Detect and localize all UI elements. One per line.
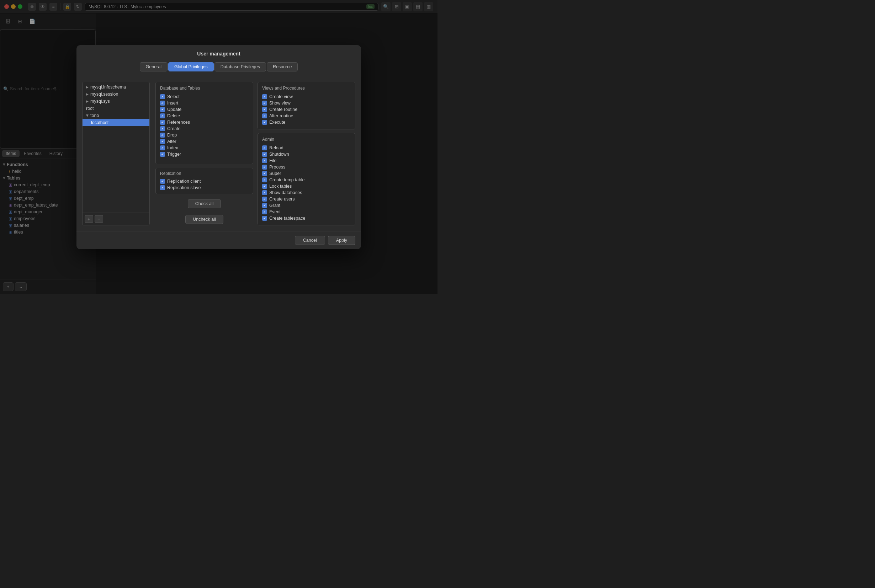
priv-label: Super [269,171,281,176]
priv-file[interactable]: File [262,158,351,164]
checkbox-lock-tables[interactable] [262,184,267,189]
tab-resource[interactable]: Resource [267,62,298,72]
checkbox-show-view[interactable] [262,100,267,106]
checkbox-create-routine[interactable] [262,107,267,112]
priv-repl-client[interactable]: Replication client [160,178,249,184]
db-tables-title: Database and Tables [160,86,249,91]
checkbox-alter[interactable] [160,139,165,144]
admin-panel: Admin Reload Shutdown [257,133,355,225]
tab-general[interactable]: General [140,62,167,72]
priv-show-view[interactable]: Show view [262,100,351,106]
checkbox-create-users[interactable] [262,196,267,202]
priv-label: Replication slave [167,185,201,190]
priv-create-temp[interactable]: Create temp table [262,177,351,183]
checkbox-alter-routine[interactable] [262,113,267,118]
checkbox-process[interactable] [262,165,267,170]
priv-label: Create temp table [269,177,304,182]
priv-label: Replication client [167,179,201,184]
priv-references[interactable]: References [160,119,249,126]
checkbox-file[interactable] [262,158,267,163]
priv-show-databases[interactable]: Show databases [262,189,351,196]
remove-user-button[interactable]: − [95,215,103,223]
checkbox-repl-client[interactable] [160,179,165,184]
priv-lock-tables[interactable]: Lock tables [262,183,351,189]
checkbox-event[interactable] [262,209,267,214]
apply-button[interactable]: Apply [328,236,355,245]
user-mysql-session[interactable]: ▶ mysql.session [83,91,149,98]
priv-label: Drop [167,133,177,138]
priv-grant[interactable]: Grant [262,202,351,208]
priv-execute[interactable]: Execute [262,119,351,126]
checkbox-super[interactable] [262,171,267,176]
priv-event[interactable]: Event [262,208,351,215]
tree-arrow-icon: ▶ [86,92,89,96]
add-user-button[interactable]: + [85,215,93,223]
priv-reload[interactable]: Reload [262,145,351,151]
checkbox-trigger[interactable] [160,152,165,157]
checkbox-execute[interactable] [262,120,267,125]
priv-shutdown[interactable]: Shutdown [262,151,351,158]
user-localhost[interactable]: localhost [83,119,149,126]
user-mysql-infoschema[interactable]: ▶ mysql.infoschema [83,84,149,91]
priv-repl-slave[interactable]: Replication slave [160,184,249,191]
checkbox-select[interactable] [160,94,165,99]
checkbox-create-tablespace[interactable] [262,216,267,221]
priv-create[interactable]: Create [160,126,249,132]
checkbox-drop[interactable] [160,133,165,138]
tree-item-label: mysql.sys [90,99,110,104]
checkbox-update[interactable] [160,107,165,112]
checkbox-references[interactable] [160,120,165,125]
priv-process[interactable]: Process [262,164,351,170]
user-tono[interactable]: ▶ tono [83,112,149,119]
priv-alter-routine[interactable]: Alter routine [262,113,351,119]
priv-alter[interactable]: Alter [160,138,249,145]
priv-insert[interactable]: Insert [160,100,249,106]
priv-index[interactable]: Index [160,145,249,151]
priv-create-tablespace[interactable]: Create tablespace [262,215,351,222]
priv-create-routine[interactable]: Create routine [262,106,351,113]
checkbox-index[interactable] [160,146,165,150]
tab-database-privileges[interactable]: Database Privileges [215,62,266,72]
priv-create-users[interactable]: Create users [262,196,351,202]
dialog-title: User management [77,45,361,62]
user-mysql-sys[interactable]: ▶ mysql.sys [83,98,149,105]
priv-label: Process [269,165,285,170]
checkbox-repl-slave[interactable] [160,185,165,190]
checkbox-shutdown[interactable] [262,152,267,157]
priv-label: Index [167,146,178,150]
priv-super[interactable]: Super [262,170,351,177]
priv-label: Insert [167,100,178,106]
checkbox-delete[interactable] [160,113,165,118]
priv-sections: Database and Tables Select Insert [155,82,355,225]
priv-label: References [167,120,190,125]
check-all-button[interactable]: Check all [188,199,221,208]
priv-label: Update [167,107,181,112]
checkbox-create-temp[interactable] [262,177,267,182]
user-root[interactable]: root [83,105,149,112]
checkbox-grant[interactable] [262,203,267,208]
priv-label: Show view [269,100,290,106]
tree-arrow-open-icon: ▶ [86,114,89,117]
checkbox-reload[interactable] [262,146,267,150]
priv-drop[interactable]: Drop [160,132,249,138]
priv-create-view[interactable]: Create view [262,93,351,100]
checkbox-create-view[interactable] [262,94,267,99]
priv-trigger[interactable]: Trigger [160,151,249,158]
uncheck-all-button[interactable]: Uncheck all [185,215,223,224]
priv-label: Create view [269,94,293,99]
priv-select[interactable]: Select [160,93,249,100]
priv-label: Grant [269,203,280,208]
dialog-footer: Cancel Apply [77,231,361,249]
tab-global-privileges[interactable]: Global Privileges [168,62,214,72]
priv-label: Reload [269,146,284,150]
priv-update[interactable]: Update [160,106,249,113]
checkbox-insert[interactable] [160,100,165,106]
priv-label: File [269,158,277,163]
checkbox-create[interactable] [160,126,165,131]
priv-label: Shutdown [269,152,289,157]
cancel-button[interactable]: Cancel [295,236,325,245]
checkbox-show-databases[interactable] [262,190,267,195]
priv-delete[interactable]: Delete [160,113,249,119]
views-procedures-panel: Views and Procedures Create view Show vi… [257,82,355,129]
user-tree: ▶ mysql.infoschema ▶ mysql.session ▶ mys… [83,82,149,213]
